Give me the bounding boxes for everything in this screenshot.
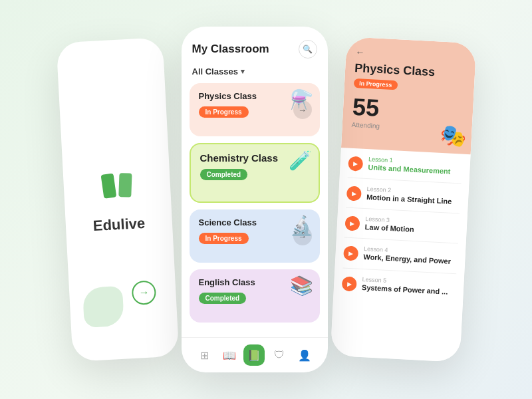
back-button[interactable]: ← xyxy=(355,47,467,63)
lesson-item[interactable]: ▶ Lesson 5 Systems of Power and ... xyxy=(341,275,456,297)
logo-icon xyxy=(96,164,138,206)
play-icon[interactable]: ▶ xyxy=(343,246,358,261)
class-cards-list: Physics Class In Progress → ⚗️ Chemistry… xyxy=(182,83,328,337)
status-badge: Completed xyxy=(199,293,247,304)
play-icon[interactable]: ▶ xyxy=(348,156,363,171)
chevron-down-icon: ▾ xyxy=(241,67,245,76)
bottom-navigation: ⊞ 📖 📗 🛡 👤 xyxy=(182,337,328,372)
play-icon[interactable]: ▶ xyxy=(341,276,356,291)
card-illustration: 🔬 xyxy=(290,215,313,237)
nav-book-icon[interactable]: 📖 xyxy=(219,344,240,366)
search-button[interactable]: 🔍 xyxy=(299,40,317,59)
screen-header: My Classroom 🔍 xyxy=(182,27,328,64)
detail-title: Physics Class xyxy=(354,61,466,81)
lesson-info: Lesson 5 Systems of Power and ... xyxy=(361,276,448,297)
lesson-info: Lesson 2 Motion in a Straight Line xyxy=(366,186,452,206)
lesson-item[interactable]: ▶ Lesson 2 Motion in a Straight Line xyxy=(346,184,460,206)
splash-screen: Edulive → xyxy=(56,37,179,362)
filter-row[interactable]: All Classes ▾ xyxy=(182,64,328,83)
divider xyxy=(346,207,460,214)
screen-title: My Classroom xyxy=(192,43,269,56)
science-class-card[interactable]: Science Class In Progress → 🔬 xyxy=(190,209,320,263)
detail-illustration: 🎭 xyxy=(439,122,467,148)
divider xyxy=(342,267,456,274)
divider xyxy=(344,237,458,244)
status-badge: In Progress xyxy=(199,233,249,244)
nav-shield-icon[interactable]: 🛡 xyxy=(269,344,290,366)
card-illustration: ⚗️ xyxy=(290,88,313,110)
play-icon[interactable]: ▶ xyxy=(344,216,360,231)
lesson-info: Lesson 4 Work, Energy, and Power xyxy=(363,245,452,266)
card-illustration: 🧪 xyxy=(289,150,312,172)
get-started-arrow[interactable]: → xyxy=(131,280,156,305)
lesson-info: Lesson 3 Law of Motion xyxy=(364,215,414,234)
detail-header: ← Physics Class In Progress 55 Attending… xyxy=(340,37,475,154)
english-class-card[interactable]: English Class Completed 📚 xyxy=(190,269,320,323)
lessons-list: ▶ Lesson 1 Units and Measurement ▶ Lesso… xyxy=(330,148,470,362)
nav-home-icon[interactable]: 📗 xyxy=(243,344,265,366)
lesson-title: Law of Motion xyxy=(364,222,414,234)
physics-detail-screen: ← Physics Class In Progress 55 Attending… xyxy=(330,37,476,362)
physics-class-card[interactable]: Physics Class In Progress → ⚗️ xyxy=(190,83,320,136)
app-name: Edulive xyxy=(92,215,146,235)
nav-grid-icon[interactable]: ⊞ xyxy=(194,344,215,366)
nav-profile-icon[interactable]: 👤 xyxy=(294,344,315,366)
svg-rect-0 xyxy=(100,173,116,198)
classroom-screen: My Classroom 🔍 All Classes ▾ Physics Cla… xyxy=(182,27,328,372)
lesson-item[interactable]: ▶ Lesson 3 Law of Motion xyxy=(344,215,459,237)
lesson-item[interactable]: ▶ Lesson 1 Units and Measurement xyxy=(348,154,462,176)
lesson-info: Lesson 1 Units and Measurement xyxy=(368,156,451,176)
status-badge: In Progress xyxy=(199,106,249,118)
card-illustration: 📚 xyxy=(290,275,313,297)
divider xyxy=(347,177,461,184)
filter-label: All Classes xyxy=(192,66,238,76)
decorative-blob xyxy=(82,286,124,328)
chemistry-class-card[interactable]: Chemistry Class Completed 🧪 xyxy=(190,143,320,203)
lesson-item[interactable]: ▶ Lesson 4 Work, Energy, and Power xyxy=(343,245,458,267)
svg-rect-1 xyxy=(118,173,132,198)
status-badge: Completed xyxy=(200,169,248,180)
play-icon[interactable]: ▶ xyxy=(346,186,361,201)
detail-status-badge: In Progress xyxy=(353,78,397,89)
